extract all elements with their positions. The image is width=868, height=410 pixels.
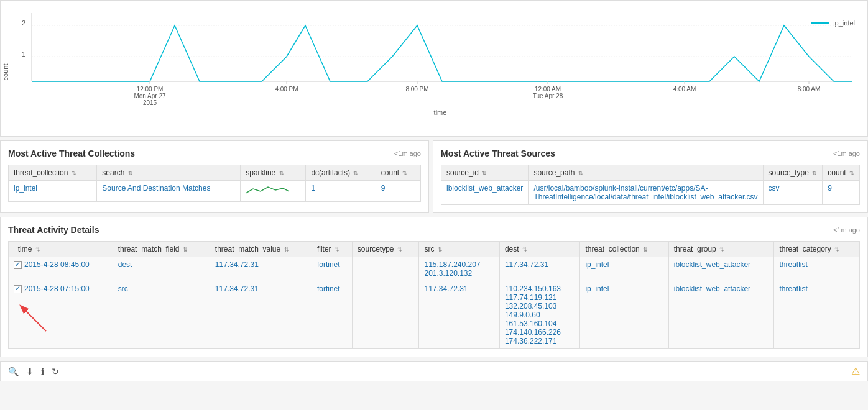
svg-text:8:00 AM: 8:00 AM xyxy=(798,86,821,93)
threat-category-link[interactable]: threatlist xyxy=(779,260,807,269)
dest-link1[interactable]: 110.234.150.163 xyxy=(505,285,561,293)
col-threat-group[interactable]: threat_group ⇅ xyxy=(668,242,774,257)
threat-group-link[interactable]: iblocklist_web_attacker xyxy=(674,260,750,269)
source-type-link[interactable]: csv xyxy=(769,184,780,193)
threat-match-field-link[interactable]: dest xyxy=(118,260,132,269)
col-time[interactable]: _time ⇅ xyxy=(9,242,113,257)
source-id-link[interactable]: iblocklist_web_attacker xyxy=(446,184,523,193)
src-link[interactable]: 117.34.72.31 xyxy=(424,285,468,293)
table-row: 2015-4-28 08:45:00 dest 117.34.72.31 for… xyxy=(9,257,860,281)
src-link[interactable]: 115.187.240.207 xyxy=(424,260,480,269)
threat-sources-timestamp: <1m ago xyxy=(833,150,860,157)
table-row: iblocklist_web_attacker /usr/local/bambo… xyxy=(441,181,859,205)
threat-sources-header: Most Active Threat Sources <1m ago xyxy=(441,148,860,158)
svg-text:1: 1 xyxy=(22,50,25,58)
threat-collection-link[interactable]: ip_intel xyxy=(14,184,37,193)
cell-sourcetype xyxy=(352,281,419,349)
threat-details-title: Threat Activity Details xyxy=(8,225,99,235)
cell-threat-match-field: dest xyxy=(113,257,210,281)
count-link[interactable]: 9 xyxy=(381,184,386,193)
time-link[interactable]: 2015-4-28 08:45:00 xyxy=(24,260,90,269)
cell-dc-artifacts: 1 xyxy=(306,181,376,202)
refresh-icon[interactable]: ↻ xyxy=(52,367,59,376)
source-path-link[interactable]: /usr/local/bamboo/splunk-install/current… xyxy=(533,184,757,201)
threat-match-value-link[interactable]: 117.34.72.31 xyxy=(215,285,259,293)
checkbox-cell: 2015-4-28 08:45:00 xyxy=(14,260,108,269)
col-source-type[interactable]: source_type ⇅ xyxy=(763,165,823,181)
col-search[interactable]: search ⇅ xyxy=(97,165,241,181)
svg-text:Mon Apr 27: Mon Apr 27 xyxy=(134,93,166,99)
row-checkbox[interactable] xyxy=(14,261,22,269)
col-src[interactable]: src ⇅ xyxy=(419,242,499,257)
checkbox-cell: 2015-4-28 07:15:00 xyxy=(14,285,108,293)
cell-threat-category: threatlist xyxy=(774,257,860,281)
threat-collections-timestamp: <1m ago xyxy=(394,150,421,157)
table-header-row: source_id ⇅ source_path ⇅ source_type ⇅ … xyxy=(441,165,859,181)
col-threat-collection[interactable]: threat_collection ⇅ xyxy=(580,242,668,257)
svg-text:8:00 PM: 8:00 PM xyxy=(405,86,428,93)
dest-link5[interactable]: 161.53.160.104 xyxy=(505,319,556,328)
cell-src: 117.34.72.31 xyxy=(419,281,499,349)
svg-line-22 xyxy=(21,306,46,331)
col-threat-collection[interactable]: threat_collection ⇅ xyxy=(9,165,97,181)
col-dc-artifacts[interactable]: dc(artifacts) ⇅ xyxy=(306,165,376,181)
svg-text:2: 2 xyxy=(22,19,25,27)
row-checkbox[interactable] xyxy=(14,285,22,293)
dest-link7[interactable]: 174.36.222.171 xyxy=(505,337,556,345)
dc-artifacts-link[interactable]: 1 xyxy=(311,184,315,193)
col-sparkline[interactable]: sparkline ⇅ xyxy=(241,165,306,181)
threat-match-field-link[interactable]: src xyxy=(118,285,128,293)
col-dest[interactable]: dest ⇅ xyxy=(499,242,579,257)
cell-source-id: iblocklist_web_attacker xyxy=(441,181,528,205)
dest-link6[interactable]: 174.140.166.226 xyxy=(505,328,561,337)
filter-link[interactable]: fortinet xyxy=(317,260,340,269)
dest-link4[interactable]: 149.9.0.60 xyxy=(505,311,540,319)
threat-details-table-wrapper: _time ⇅ threat_match_field ⇅ threat_matc… xyxy=(8,241,860,349)
filter-link[interactable]: fortinet xyxy=(317,285,340,293)
svg-text:Tue Apr 28: Tue Apr 28 xyxy=(533,93,563,99)
threat-group-link[interactable]: iblocklist_web_attacker xyxy=(674,285,750,293)
table-header-row: threat_collection ⇅ search ⇅ sparkline ⇅… xyxy=(9,165,421,181)
download-icon[interactable]: ⬇ xyxy=(26,367,34,376)
col-threat-match-value[interactable]: threat_match_value ⇅ xyxy=(210,242,312,257)
cell-source-path: /usr/local/bamboo/splunk-install/current… xyxy=(529,181,763,205)
threat-collection-link[interactable]: ip_intel xyxy=(585,260,609,269)
cell-count: 9 xyxy=(823,181,860,205)
info-icon[interactable]: ℹ xyxy=(41,367,44,376)
col-threat-category[interactable]: threat_category ⇅ xyxy=(774,242,860,257)
dest-link[interactable]: 117.34.72.31 xyxy=(505,260,548,269)
count-link[interactable]: 9 xyxy=(828,184,832,193)
threat-details-table: _time ⇅ threat_match_field ⇅ threat_matc… xyxy=(8,241,860,349)
svg-text:12:00 AM: 12:00 AM xyxy=(535,86,561,93)
col-count[interactable]: count ⇅ xyxy=(376,165,420,181)
chart-x-label: time xyxy=(25,109,855,116)
src-link2[interactable]: 201.3.120.132 xyxy=(424,269,472,278)
threat-sources-panel: Most Active Threat Sources <1m ago sourc… xyxy=(433,140,868,213)
search-icon[interactable]: 🔍 xyxy=(8,367,19,376)
cell-threat-collection: ip_intel xyxy=(580,257,668,281)
col-source-path[interactable]: source_path ⇅ xyxy=(529,165,763,181)
cell-threat-match-value: 117.34.72.31 xyxy=(210,281,312,349)
cell-dest: 117.34.72.31 xyxy=(499,257,579,281)
cell-time: 2015-4-28 08:45:00 xyxy=(9,257,113,281)
search-link[interactable]: Source And Destination Matches xyxy=(102,184,210,193)
cell-threat-group: iblocklist_web_attacker xyxy=(668,257,774,281)
col-sourcetype[interactable]: sourcetype ⇅ xyxy=(352,242,419,257)
col-count[interactable]: count ⇅ xyxy=(823,165,860,181)
threat-match-value-link[interactable]: 117.34.72.31 xyxy=(215,260,259,269)
dest-link2[interactable]: 117.74.119.121 xyxy=(505,293,556,302)
threat-category-link[interactable]: threatlist xyxy=(779,285,807,293)
cell-source-type: csv xyxy=(763,181,823,205)
cell-src: 115.187.240.207 201.3.120.132 xyxy=(419,257,499,281)
threat-collection-link[interactable]: ip_intel xyxy=(585,285,609,293)
threat-details-timestamp: <1m ago xyxy=(833,226,860,234)
col-filter[interactable]: filter ⇅ xyxy=(312,242,352,257)
col-threat-match-field[interactable]: threat_match_field ⇅ xyxy=(113,242,210,257)
threat-details-section: Threat Activity Details <1m ago _time ⇅ … xyxy=(0,217,868,357)
col-source-id[interactable]: source_id ⇅ xyxy=(441,165,528,181)
time-link[interactable]: 2015-4-28 07:15:00 xyxy=(24,285,90,293)
cell-sparkline xyxy=(241,181,306,202)
chart-section: count ip_intel 2 1 12:00 PM Mon Apr 27 2… xyxy=(0,0,868,137)
dest-link3[interactable]: 132.208.45.103 xyxy=(505,302,556,311)
bottom-toolbar: 🔍 ⬇ ℹ ↻ ⚠ xyxy=(0,361,868,381)
